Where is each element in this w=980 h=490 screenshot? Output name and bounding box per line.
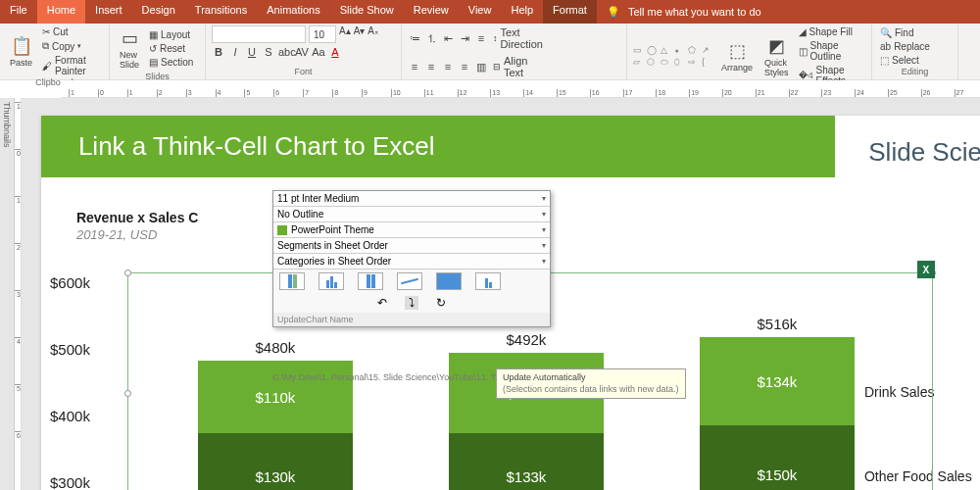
strike-button[interactable]: S	[262, 46, 275, 58]
layout-button[interactable]: ▦Layout	[147, 28, 195, 41]
menu-tabs: File Home Insert Design Transitions Anim…	[0, 0, 980, 24]
vertical-ruler: 10123456	[15, 98, 22, 490]
redo-button[interactable]: ↻	[436, 296, 446, 310]
thinkcell-toolbar[interactable]: 11 pt Inter Medium▾ No Outline▾ PowerPoi…	[272, 190, 551, 327]
select-icon: ⬚	[880, 55, 889, 66]
layout-icon: ▦	[149, 29, 158, 40]
font-family-select[interactable]	[212, 25, 306, 43]
quick-styles-button[interactable]: ◩Quick Styles	[760, 33, 793, 79]
line-spacing-button[interactable]: ≡	[474, 32, 488, 44]
color-swatch	[277, 225, 287, 235]
cut-button[interactable]: ✂Cut	[40, 25, 103, 38]
font-dropdown[interactable]: 11 pt Inter Medium▾	[273, 191, 550, 207]
resize-handle[interactable]	[124, 390, 131, 397]
group-clipboard: 📋Paste ✂Cut ⧉Copy▾ 🖌Format Painter Clipb…	[0, 24, 110, 79]
ribbon: 📋Paste ✂Cut ⧉Copy▾ 🖌Format Painter Clipb…	[0, 24, 980, 80]
increase-indent-button[interactable]: ⇥	[458, 32, 471, 45]
replace-icon: ab	[880, 41, 891, 52]
categories-dropdown[interactable]: Categories in Sheet Order▾	[273, 254, 550, 270]
slide-title[interactable]: Link a Think-Cell Chart to Excel	[41, 116, 835, 177]
outline-icon: ◫	[799, 46, 808, 57]
copy-button[interactable]: ⧉Copy▾	[40, 39, 103, 53]
tab-transitions[interactable]: Transitions	[185, 0, 257, 24]
italic-button[interactable]: I	[228, 46, 242, 58]
area-chart-icon[interactable]	[436, 272, 462, 290]
outline-dropdown[interactable]: No Outline▾	[273, 207, 550, 222]
undo-button[interactable]: ↶	[377, 296, 387, 310]
stackedqbar-icon[interactable]	[279, 272, 305, 290]
new-slide-icon: ▭	[122, 27, 138, 49]
tab-animations[interactable]: Animations	[257, 0, 329, 24]
theme-dropdown[interactable]: PowerPoint Theme▾	[273, 222, 550, 238]
replace-button[interactable]: abReplace	[878, 40, 932, 53]
line-chart-icon[interactable]	[397, 272, 422, 290]
group-drawing: ▭◯△⬥⬠↗ ▱⬡⬭⬯⇨{ ⬚Arrange ◩Quick Styles ◢Sh…	[627, 24, 872, 79]
arrange-icon: ⬚	[729, 40, 746, 62]
chart-title: Revenue x Sales C	[76, 210, 199, 225]
paste-button[interactable]: 📋Paste	[6, 33, 36, 70]
columns-button[interactable]: ▥	[474, 61, 488, 74]
tab-insert[interactable]: Insert	[85, 0, 132, 24]
tab-home[interactable]: Home	[37, 0, 85, 24]
chevron-down-icon: ▾	[542, 194, 546, 203]
excel-link-icon[interactable]: X	[917, 261, 935, 278]
update-auto-button[interactable]: ⤵	[405, 296, 418, 310]
align-right-button[interactable]: ≡	[441, 61, 455, 73]
tab-review[interactable]: Review	[404, 0, 459, 24]
format-painter-button[interactable]: 🖌Format Painter	[40, 54, 103, 77]
tell-me-search[interactable]: 💡Tell me what you want to do	[607, 0, 761, 24]
clustered-bar-icon[interactable]	[318, 272, 344, 290]
chevron-down-icon: ▾	[542, 241, 546, 250]
shrink-font-icon[interactable]: A▾	[354, 25, 366, 43]
resize-handle[interactable]	[124, 270, 131, 276]
align-center-button[interactable]: ≡	[424, 61, 438, 73]
bar100-icon[interactable]	[358, 272, 383, 290]
align-text-button[interactable]: ⊟ Align Text	[491, 54, 505, 79]
chart-name-field[interactable]: UpdateChart Name	[273, 313, 550, 326]
horizontal-ruler: 1012345678910111213141516171819202122232…	[61, 80, 980, 98]
shapes-gallery[interactable]: ▭◯△⬥⬠↗ ▱⬡⬭⬯⇨{	[633, 45, 713, 68]
new-slide-button[interactable]: ▭New Slide	[116, 25, 143, 72]
spacing-button[interactable]: AV	[295, 46, 309, 58]
arrange-button[interactable]: ⬚Arrange	[717, 38, 757, 74]
tab-file[interactable]: File	[0, 0, 37, 24]
thumbnails-panel[interactable]: Thumbnails	[0, 98, 15, 490]
underline-button[interactable]: U	[245, 46, 259, 58]
section-icon: ▤	[149, 57, 158, 68]
justify-button[interactable]: ≡	[458, 61, 471, 73]
text-direction-button[interactable]: ↕ Text Direction	[491, 25, 505, 51]
select-button[interactable]: ⬚Select	[878, 54, 932, 67]
shape-outline-button[interactable]: ◫Shape Outline	[797, 39, 865, 63]
reset-icon: ↺	[149, 43, 157, 54]
find-button[interactable]: 🔍Find	[878, 26, 932, 39]
segments-dropdown[interactable]: Segments in Sheet Order▾	[273, 238, 550, 254]
shadow-button[interactable]: abc	[278, 46, 292, 58]
paste-icon: 📋	[11, 35, 32, 57]
tab-slideshow[interactable]: Slide Show	[330, 0, 404, 24]
case-button[interactable]: Aa	[312, 46, 325, 58]
scissors-icon: ✂	[42, 26, 50, 37]
combo-chart-icon[interactable]	[475, 272, 501, 290]
clear-format-icon[interactable]: Aₓ	[368, 25, 378, 43]
brand-text: Slide Scie	[868, 137, 980, 168]
reset-button[interactable]: ↺Reset	[147, 42, 195, 55]
bullets-button[interactable]: ≔	[408, 32, 421, 45]
chart-type-picker	[273, 270, 550, 293]
tab-view[interactable]: View	[459, 0, 502, 24]
bold-button[interactable]: B	[212, 46, 225, 58]
font-color-button[interactable]: A	[328, 46, 342, 58]
tab-design[interactable]: Design	[132, 0, 185, 24]
group-label: Font	[212, 67, 395, 77]
tab-help[interactable]: Help	[501, 0, 543, 24]
group-editing: 🔍Find abReplace ⬚Select Editing	[872, 24, 958, 79]
tab-format[interactable]: Format	[543, 0, 597, 24]
decrease-indent-button[interactable]: ⇤	[441, 32, 455, 45]
align-left-button[interactable]: ≡	[408, 61, 421, 73]
shape-fill-button[interactable]: ◢Shape Fill	[797, 25, 865, 38]
grow-font-icon[interactable]: A▴	[339, 25, 351, 43]
chart-subtitle: 2019-21, USD	[76, 227, 157, 242]
group-slides: ▭New Slide ▦Layout ↺Reset ▤Section Slide…	[110, 24, 206, 79]
font-size-select[interactable]: 10	[309, 25, 336, 43]
numbering-button[interactable]: ⒈	[424, 31, 438, 46]
section-button[interactable]: ▤Section	[147, 56, 195, 69]
